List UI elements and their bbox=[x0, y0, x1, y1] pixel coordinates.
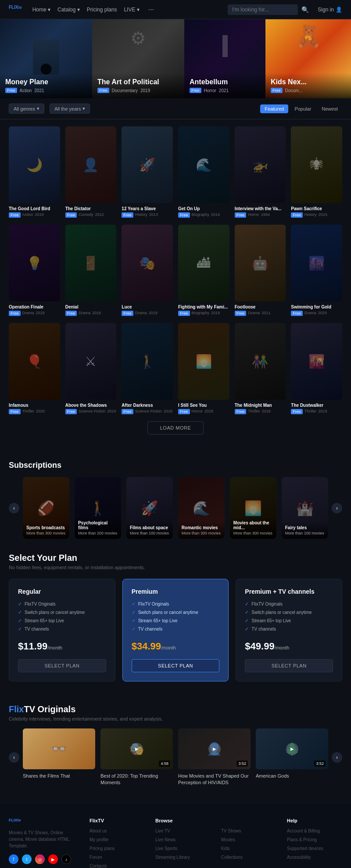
plan-name-premium: Premium bbox=[132, 588, 220, 595]
movie-card-dustwalker[interactable]: 🌇 The Dustwalker FreeThriller2019 bbox=[291, 323, 342, 414]
footer-link-movies[interactable]: Movies bbox=[221, 837, 235, 842]
load-more-button[interactable]: LOAD MORE bbox=[147, 421, 204, 434]
footer-link-billing[interactable]: Account & Billing bbox=[287, 829, 320, 833]
footer-link-accessibility[interactable]: Accessibility bbox=[287, 855, 311, 860]
originals-card-hiv[interactable]: 👤 ▶ 3:52 How Movies and TV Shaped Our Pe… bbox=[178, 728, 251, 786]
sub-card-midnight[interactable]: 🌅 Movies about the mid... More than 300 … bbox=[230, 477, 276, 539]
search-input[interactable] bbox=[228, 4, 298, 15]
feature-item: ✓FlixTV Originals bbox=[18, 601, 106, 607]
hero-badge-1: Free bbox=[5, 88, 17, 93]
originals-card-american-gods[interactable]: 🌲 ▶ 3:52 American Gods bbox=[256, 728, 328, 786]
footer-links-categories: TV Shows Movies Kids Collections bbox=[221, 828, 276, 860]
filter-bar: All genres ▾ All the years ▾ Featured Po… bbox=[0, 98, 351, 119]
select-plan-premium[interactable]: SELECT PLAN bbox=[132, 659, 220, 672]
movie-card-get-on-up[interactable]: 🌊 Get On Up FreeBiography2014 bbox=[178, 126, 229, 218]
pricing-title: Select Your Plan bbox=[9, 553, 342, 563]
footer-logo: FLIXtv bbox=[9, 818, 79, 826]
social-tiktok-icon[interactable]: ♪ bbox=[61, 854, 71, 864]
footer-link-contacts[interactable]: Contacts bbox=[90, 864, 107, 868]
tab-popular[interactable]: Popular bbox=[290, 104, 315, 113]
movie-card-interview[interactable]: 🚁 Interview with the Va... FreeHorror199… bbox=[235, 126, 286, 218]
play-icon-american-gods[interactable]: ▶ bbox=[286, 743, 298, 755]
sub-card-fairytales[interactable]: 🏰 Fairy tales More than 100 movies bbox=[282, 477, 328, 539]
hero-overlay-3: Antebellum Free Horror 2021 bbox=[184, 73, 265, 98]
hero-item-4[interactable]: 🧸 Kids Nex... Free Docum... bbox=[265, 19, 351, 98]
play-icon-best2020[interactable]: ▶ bbox=[131, 743, 143, 755]
sub-card-sports[interactable]: 🏈 Sports broadcasts More than 300 movies bbox=[23, 477, 69, 539]
search-icon[interactable]: 🔍 bbox=[301, 6, 309, 13]
footer-link-plans[interactable]: Plans & Pricing bbox=[287, 837, 317, 842]
movie-card-operation[interactable]: 💡 Operation Finale FreeDrama2018 bbox=[9, 225, 60, 316]
originals-flix: Flix bbox=[9, 704, 24, 714]
select-plan-regular[interactable]: SELECT PLAN bbox=[18, 659, 106, 672]
originals-card-best2020[interactable]: 🎭 ▶ 4:58 Best of 2020: Top Trending Mome… bbox=[100, 728, 173, 786]
hero-item-1[interactable]: Money Plane Free Action 2021 bbox=[0, 19, 92, 98]
footer-link-forum[interactable]: Forum bbox=[90, 855, 102, 860]
movie-card-good-lord-bird[interactable]: 🌙 The Good Lord Bird FreeAction2019 bbox=[9, 126, 60, 218]
footer-link-livenews[interactable]: Live News bbox=[155, 837, 176, 842]
footer-link-about[interactable]: About us bbox=[90, 829, 107, 833]
social-facebook-icon[interactable]: f bbox=[9, 854, 18, 864]
sub-card-romantic[interactable]: 🌊 Romantic movies More than 300 movies bbox=[178, 477, 225, 539]
movie-card-12-years[interactable]: 🚀 12 Years a Slave FreeHistory2013 bbox=[122, 126, 173, 218]
social-youtube-icon[interactable]: ▶ bbox=[48, 854, 58, 864]
footer-link-streaming[interactable]: Streaming Library bbox=[155, 855, 190, 860]
pricing-section: Select Your Plan No hidden fees, equipme… bbox=[0, 539, 351, 696]
movie-card-after-darkness[interactable]: 🚶 After Darkness FreeScience Fiction2018 bbox=[122, 323, 173, 414]
select-plan-premium-tv[interactable]: SELECT PLAN bbox=[245, 659, 333, 672]
nav-home[interactable]: Home ▾ bbox=[32, 7, 50, 13]
sub-next-arrow[interactable]: › bbox=[332, 503, 342, 513]
movie-card-above-shadows[interactable]: ⚔ Above the Shadows FreeScience Fiction2… bbox=[65, 323, 117, 414]
movie-card-fighting[interactable]: 🏙 Fighting with My Fami... FreeBiography… bbox=[178, 225, 229, 316]
originals-cards-container: 👓 Shares the Films That 🎭 ▶ 4:58 Best of… bbox=[19, 728, 332, 786]
genre-filter[interactable]: All genres ▾ bbox=[9, 104, 44, 114]
hero-genre-2: Documentary bbox=[112, 88, 138, 93]
signin-button[interactable]: Sign in 👤 bbox=[318, 7, 342, 13]
nav-live[interactable]: LIVE ▾ bbox=[124, 7, 139, 13]
subscriptions-title: Subscriptions bbox=[9, 461, 342, 470]
footer-link-kids[interactable]: Kids bbox=[221, 846, 229, 851]
play-icon-hiv[interactable]: ▶ bbox=[208, 743, 221, 755]
originals-next-arrow[interactable]: › bbox=[332, 752, 342, 763]
sub-card-psychological[interactable]: 🚶 Psychological films More than 200 movi… bbox=[75, 477, 121, 539]
nav-more[interactable]: ··· bbox=[148, 6, 154, 14]
movie-card-denial[interactable]: 🚪 Denial FreeDrama2016 bbox=[65, 225, 117, 316]
footer-col-browse: Browse Live TV Live News Live Sports Str… bbox=[155, 818, 211, 868]
tab-featured[interactable]: Featured bbox=[260, 104, 288, 113]
movie-card-swimming[interactable]: 🌆 Swimming for Gold FreeDrama2020 bbox=[291, 225, 342, 316]
subscriptions-carousel: ‹ 🏈 Sports broadcasts More than 300 movi… bbox=[9, 477, 342, 539]
movie-card-still-see-you[interactable]: 🌅 I Still See You FreeHorror2018 bbox=[178, 323, 229, 414]
duration-best2020: 4:58 bbox=[159, 760, 170, 767]
social-twitter-icon[interactable]: t bbox=[22, 854, 32, 864]
footer-col-flixtv: FlixTV About us My profile Pricing plans… bbox=[90, 818, 145, 868]
tab-newest[interactable]: Newest bbox=[317, 104, 342, 113]
footer-link-livesports[interactable]: Live Sports bbox=[155, 846, 177, 851]
nav-pricing[interactable]: Pricing plans bbox=[87, 7, 117, 13]
movie-card-pawn[interactable]: 🕷 Pawn Sacrifice FreeHistory2015 bbox=[291, 126, 342, 218]
movie-card-footloose[interactable]: 🤖 Footloose FreeDrama2011 bbox=[235, 225, 286, 316]
sub-card-space[interactable]: 🚀 Films about space More than 100 movies bbox=[126, 477, 173, 539]
movie-card-dictator[interactable]: 👤 The Dictator FreeComedy2012 bbox=[65, 126, 117, 218]
price-premium-tv: $49.99/month bbox=[245, 641, 333, 652]
movie-card-infamous[interactable]: 🎈 Infamous FreeThriller2020 bbox=[9, 323, 60, 414]
movie-card-midnight-man[interactable]: 👫 The Midnight Man FreeThriller2018 bbox=[235, 323, 286, 414]
year-filter[interactable]: All the years ▾ bbox=[50, 104, 90, 114]
sub-prev-arrow[interactable]: ‹ bbox=[9, 503, 19, 513]
footer-link-livetv[interactable]: Live TV bbox=[155, 829, 170, 833]
hero-item-2[interactable]: ⚙ The Art of Political Free Documentary … bbox=[92, 19, 184, 98]
originals-card-shares[interactable]: 👓 Shares the Films That bbox=[23, 728, 95, 786]
footer-col-categories: TV Shows Movies Kids Collections bbox=[221, 818, 276, 868]
hero-item-3[interactable]: Antebellum Free Horror 2021 bbox=[184, 19, 265, 98]
originals-prev-arrow[interactable]: ‹ bbox=[9, 752, 19, 763]
movie-card-luce[interactable]: 🎭 Luce FreeDrama2019 bbox=[122, 225, 173, 316]
footer-link-collections[interactable]: Collections bbox=[221, 855, 243, 860]
footer-link-devices[interactable]: Supported devices bbox=[287, 846, 323, 851]
footer-link-tvshows[interactable]: TV Shows bbox=[221, 829, 241, 833]
footer-link-pricing[interactable]: Pricing plans bbox=[90, 846, 115, 851]
social-instagram-icon[interactable]: ◎ bbox=[35, 854, 45, 864]
footer-link-profile[interactable]: My profile bbox=[90, 837, 108, 842]
pricing-features-premium: ✓FlixTV Originals ✓Switch plans or cance… bbox=[132, 601, 220, 632]
nav-catalog[interactable]: Catalog ▾ bbox=[57, 7, 80, 13]
feature-item: ✓TV channels bbox=[245, 626, 333, 632]
nav-logo[interactable]: FLIXtv bbox=[9, 5, 22, 14]
